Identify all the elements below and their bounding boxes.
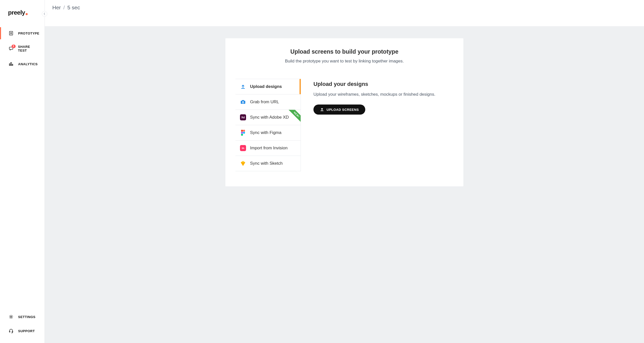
chevron-left-icon <box>43 13 46 15</box>
sidebar: preely PROTOTYPE 3 SHARE TEST ANA <box>0 0 45 343</box>
breadcrumb-separator: / <box>63 5 65 11</box>
svg-point-15 <box>243 130 245 132</box>
svg-point-7 <box>11 316 12 317</box>
analytics-icon <box>9 61 14 66</box>
option-import-invision[interactable]: in Import from Invision <box>235 140 301 156</box>
secondary-nav: SETTINGS SUPPORT <box>0 310 45 343</box>
content-area: Upload screens to build your prototype B… <box>45 26 644 343</box>
main: Her / 5 sec Upload screens to build your… <box>45 0 644 343</box>
nav-item-support[interactable]: SUPPORT <box>0 324 45 338</box>
svg-rect-5 <box>11 62 12 65</box>
svg-rect-13 <box>242 100 244 101</box>
sketch-icon <box>240 160 246 166</box>
card-subtitle: Build the prototype you want to test by … <box>225 59 463 64</box>
logo-dot-icon <box>26 13 28 15</box>
option-upload-designs[interactable]: Upload designs <box>235 79 301 94</box>
figma-icon <box>240 130 246 136</box>
nav-label: PROTOTYPE <box>18 31 39 35</box>
nav-label: ANALYTICS <box>18 62 38 66</box>
brand-name: preely <box>8 9 25 16</box>
nav-item-prototype[interactable]: PROTOTYPE <box>0 26 45 40</box>
options-list: Upload designs Grab from URL Xd <box>235 79 301 171</box>
svg-rect-4 <box>9 64 10 65</box>
logo[interactable]: preely <box>0 0 45 26</box>
nav-label: SUPPORT <box>18 329 35 333</box>
option-label: Import from Invision <box>250 146 288 151</box>
upload-screens-button[interactable]: UPLOAD SCREENS <box>313 105 365 115</box>
nav-label: SETTINGS <box>18 315 35 319</box>
card-title: Upload screens to build your prototype <box>225 48 463 55</box>
document-icon <box>9 31 14 36</box>
primary-nav: PROTOTYPE 3 SHARE TEST ANALYTICS <box>0 26 45 71</box>
share-test-badge: 3 <box>12 45 16 48</box>
svg-point-17 <box>243 132 245 134</box>
svg-point-16 <box>241 132 243 134</box>
option-label: Sync with Adobe XD <box>250 115 289 120</box>
svg-rect-6 <box>12 64 13 65</box>
detail-panel: Upload your designs Upload your wirefram… <box>301 79 453 171</box>
upload-card: Upload screens to build your prototype B… <box>225 38 463 186</box>
adobe-xd-icon: Xd <box>240 114 246 120</box>
svg-rect-11 <box>241 101 245 104</box>
new-ribbon: NEW! <box>287 110 301 124</box>
svg-point-18 <box>241 134 243 136</box>
gear-icon <box>9 314 14 319</box>
camera-icon <box>240 99 246 105</box>
nav-item-settings[interactable]: SETTINGS <box>0 310 45 324</box>
option-label: Sync with Figma <box>250 130 281 135</box>
chat-icon: 3 <box>9 46 14 51</box>
svg-rect-9 <box>12 331 13 332</box>
headset-icon <box>9 328 14 333</box>
option-sync-figma[interactable]: Sync with Figma <box>235 125 301 140</box>
nav-item-share-test[interactable]: 3 SHARE TEST <box>0 40 45 57</box>
nav-item-analytics[interactable]: ANALYTICS <box>0 57 45 71</box>
upload-button-label: UPLOAD SCREENS <box>327 108 359 112</box>
option-sync-sketch[interactable]: Sync with Sketch <box>235 156 301 171</box>
option-sync-adobe-xd[interactable]: Xd Sync with Adobe XD NEW! <box>235 110 301 125</box>
upload-icon <box>320 108 324 112</box>
breadcrumb-parent[interactable]: Her <box>52 5 61 11</box>
option-label: Sync with Sketch <box>250 161 283 166</box>
option-label: Grab from URL <box>250 99 279 105</box>
invision-icon: in <box>240 145 246 151</box>
topbar: Her / 5 sec <box>45 0 644 26</box>
svg-point-14 <box>241 130 243 132</box>
upload-blue-icon <box>240 84 246 90</box>
breadcrumb-current: 5 sec <box>67 5 80 11</box>
breadcrumb: Her / 5 sec <box>52 5 80 11</box>
option-grab-from-url[interactable]: Grab from URL <box>235 94 301 110</box>
nav-label: SHARE TEST <box>18 45 39 52</box>
detail-text: Upload your wireframes, sketches, mockup… <box>313 92 453 97</box>
svg-rect-8 <box>9 331 10 332</box>
detail-title: Upload your designs <box>313 81 453 87</box>
collapse-sidebar-button[interactable] <box>42 11 47 17</box>
option-label: Upload designs <box>250 84 282 89</box>
